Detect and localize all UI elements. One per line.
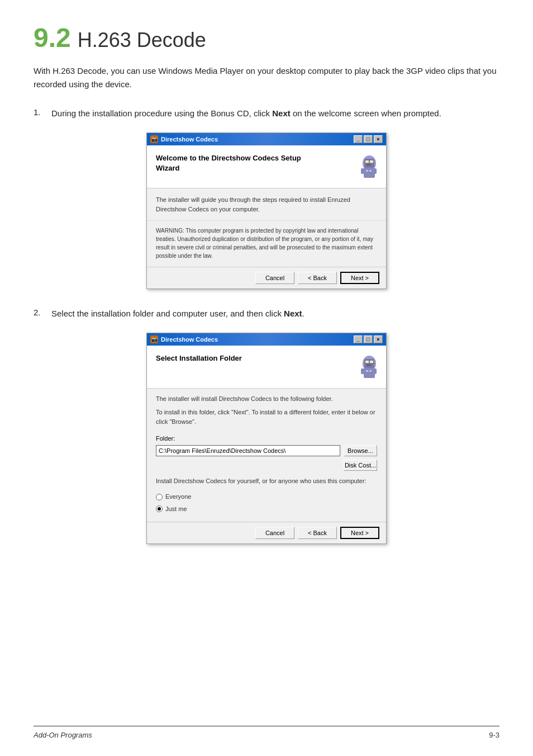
dialog1-minimize-btn[interactable]: _ — [354, 135, 363, 143]
dialog1-content: The installer will guide you through the… — [147, 188, 386, 220]
dialog2-folder-label: Folder: — [156, 434, 377, 444]
radio-everyone-label: Everyone — [165, 492, 191, 502]
svg-rect-14 — [367, 365, 371, 366]
dialog1-title: Directshow Codecs — [161, 136, 218, 143]
title-text: H.263 Decode — [78, 29, 206, 52]
svg-rect-12 — [365, 361, 369, 363]
dialog2-footer: Cancel < Back Next > — [147, 522, 386, 544]
dialog2-minimize-btn[interactable]: _ — [354, 336, 363, 343]
dialog1-footer: Cancel < Back Next > — [147, 267, 386, 289]
title-number: 9.2 — [34, 22, 71, 53]
dialog2-folder-input[interactable] — [156, 445, 340, 456]
svg-rect-18 — [361, 368, 364, 374]
step-2-text: Select the installation folder and compu… — [51, 307, 304, 320]
dialog2-titlebar-left: 📷 Directshow Codecs — [150, 336, 218, 343]
dialog2-radio-everyone[interactable]: Everyone — [156, 492, 377, 502]
dialog2-container: 📷 Directshow Codecs _ □ × Select Install… — [34, 333, 499, 544]
dialog1-next-btn[interactable]: Next > — [340, 272, 379, 284]
svg-rect-16 — [366, 370, 368, 372]
dialog2-cancel-btn[interactable]: Cancel — [255, 527, 294, 539]
page-footer: Add-On Programs 9-3 — [34, 726, 499, 739]
dialog1-restore-btn[interactable]: □ — [364, 135, 373, 143]
dialog2-titlebar: 📷 Directshow Codecs _ □ × — [147, 333, 386, 346]
dialog2-title: Directshow Codecs — [161, 336, 218, 343]
dialog2: 📷 Directshow Codecs _ □ × Select Install… — [146, 333, 387, 544]
dialog1-content-text: The installer will guide you through the… — [156, 196, 350, 212]
page-title-section: 9.2 H.263 Decode — [34, 22, 499, 53]
radio-justme-dot — [158, 507, 161, 511]
dialog1-header-title: Welcome to the Directshow Codecs Setup W… — [156, 153, 323, 173]
dialog1-container: 📷 Directshow Codecs _ □ × Welcome to the… — [34, 133, 499, 289]
svg-rect-8 — [361, 168, 364, 174]
svg-rect-17 — [369, 370, 372, 372]
dialog1-app-icon: 📷 — [150, 135, 158, 143]
dialog2-header: Select Installation Folder — [147, 346, 386, 389]
dialog1-back-btn[interactable]: < Back — [298, 272, 337, 284]
dialog2-disk-cost-btn[interactable]: Disk Cost... — [344, 460, 377, 471]
footer-right: 9-3 — [489, 731, 499, 739]
svg-rect-13 — [370, 361, 373, 363]
dialog2-next-btn[interactable]: Next > — [340, 527, 379, 539]
step-1-text: During the installation procedure using … — [51, 107, 441, 120]
step-1: 1. During the installation procedure usi… — [34, 107, 499, 120]
svg-rect-3 — [370, 160, 373, 163]
intro-paragraph: With H.263 Decode, you can use Windows M… — [34, 64, 499, 91]
dialog2-folder-input-row: Browse... — [156, 445, 377, 456]
step-1-number: 1. — [34, 107, 51, 117]
footer-left: Add-On Programs — [34, 731, 92, 739]
dialog2-restore-btn[interactable]: □ — [364, 336, 373, 343]
svg-rect-4 — [367, 164, 371, 166]
svg-rect-2 — [365, 160, 369, 163]
dialog1: 📷 Directshow Codecs _ □ × Welcome to the… — [146, 133, 387, 289]
dialog2-back-btn[interactable]: < Back — [298, 527, 337, 539]
dialog2-header-title: Select Installation Folder — [156, 353, 242, 363]
dialog2-app-icon: 📷 — [150, 336, 158, 343]
dialog2-close-btn[interactable]: × — [374, 336, 383, 343]
dialog2-controls[interactable]: _ □ × — [354, 336, 383, 343]
dialog2-intro-line1: The installer will install Directshow Co… — [156, 394, 377, 404]
svg-rect-1 — [364, 159, 374, 168]
dialog2-wizard-icon — [348, 353, 377, 382]
dialog1-titlebar: 📷 Directshow Codecs _ □ × — [147, 133, 386, 145]
dialog2-folder-section: The installer will install Directshow Co… — [147, 389, 386, 522]
radio-justme-label: Just me — [165, 504, 187, 514]
dialog2-radio-group: Everyone Just me — [156, 492, 377, 514]
dialog1-cancel-btn[interactable]: Cancel — [255, 272, 294, 284]
dialog1-titlebar-left: 📷 Directshow Codecs — [150, 135, 218, 143]
svg-rect-19 — [373, 368, 377, 374]
svg-rect-11 — [364, 359, 374, 368]
dialog2-install-for-label: Install Directshow Codecs for yourself, … — [156, 476, 377, 486]
svg-rect-6 — [366, 170, 368, 172]
svg-rect-7 — [369, 170, 372, 172]
dialog2-intro-line2: To install in this folder, click "Next".… — [156, 408, 377, 427]
radio-everyone-circle[interactable] — [156, 494, 163, 500]
radio-justme-circle[interactable] — [156, 505, 163, 512]
dialog2-browse-btn[interactable]: Browse... — [344, 445, 377, 456]
dialog2-radio-justme[interactable]: Just me — [156, 504, 377, 514]
dialog1-close-btn[interactable]: × — [374, 135, 383, 143]
step-2-number: 2. — [34, 308, 51, 317]
dialog1-controls[interactable]: _ □ × — [354, 135, 383, 143]
dialog1-warning: WARNING: This computer program is protec… — [147, 220, 386, 267]
step-2: 2. Select the installation folder and co… — [34, 307, 499, 320]
dialog1-wizard-icon — [348, 153, 377, 182]
dialog1-header: Welcome to the Directshow Codecs Setup W… — [147, 145, 386, 188]
svg-rect-9 — [373, 168, 377, 174]
